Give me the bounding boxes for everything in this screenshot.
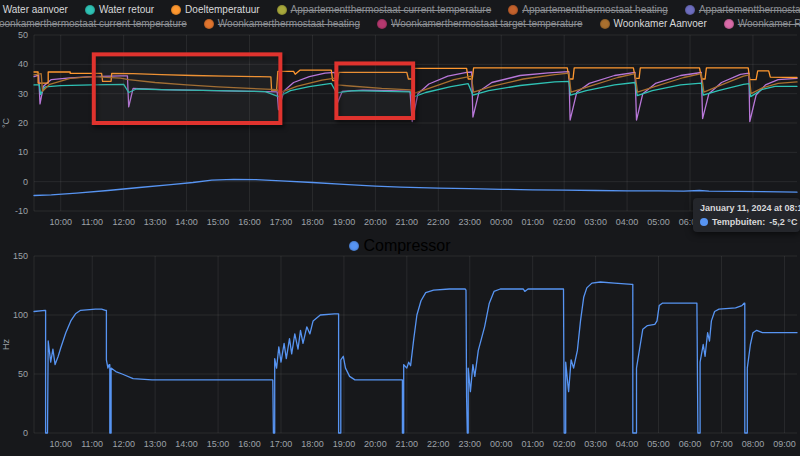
legend-item-label: Woonkamerthermostaat heating xyxy=(218,17,360,30)
svg-text:50: 50 xyxy=(18,369,28,379)
tooltip-series-value: -5,2 °C xyxy=(769,217,797,227)
svg-text:10:00: 10:00 xyxy=(49,217,72,227)
annotation-box-1 xyxy=(94,54,281,123)
svg-text:30: 30 xyxy=(18,89,28,99)
legend-item-appartementthermostaat-current-temperature[interactable]: Appartementthermostaat current temperatu… xyxy=(277,3,492,16)
legend-item-label: Water aanvoer xyxy=(3,3,68,16)
svg-text:19:00: 19:00 xyxy=(333,217,356,227)
svg-text:Hz: Hz xyxy=(1,339,11,350)
svg-text:07:00: 07:00 xyxy=(710,439,733,449)
legend-color-dot xyxy=(377,19,387,29)
svg-text:00:00: 00:00 xyxy=(490,217,513,227)
legend-item-woonkamer-aanvoer[interactable]: Woonkamer Aanvoer xyxy=(600,17,707,30)
svg-text:01:00: 01:00 xyxy=(521,439,544,449)
svg-text:02:00: 02:00 xyxy=(553,439,576,449)
legend-item-doeltemperatuur[interactable]: Doeltemperatuur xyxy=(171,3,259,16)
svg-text:23:00: 23:00 xyxy=(459,217,482,227)
svg-text:13:00: 13:00 xyxy=(144,439,167,449)
svg-text:09:00: 09:00 xyxy=(773,439,796,449)
svg-text:13:00: 13:00 xyxy=(144,217,167,227)
svg-text:21:00: 21:00 xyxy=(396,217,419,227)
legend-item-woonkamer-retour[interactable]: Woonkamer Retour xyxy=(724,17,800,30)
svg-text:05:00: 05:00 xyxy=(647,439,670,449)
svg-text:15:00: 15:00 xyxy=(207,439,230,449)
svg-text:15:00: 15:00 xyxy=(207,217,230,227)
legend-item-label: Woonkamer Aanvoer xyxy=(614,17,707,30)
svg-text:04:00: 04:00 xyxy=(616,439,639,449)
legend-item-label: Woonkamerthermostaat target temperature xyxy=(391,17,583,30)
legend-color-dot xyxy=(724,19,734,29)
svg-text:17:00: 17:00 xyxy=(270,217,293,227)
svg-text:10:00: 10:00 xyxy=(49,439,72,449)
legend-item-appartementthermostaat-heating[interactable]: Appartementthermostaat heating xyxy=(508,3,668,16)
svg-text:00:00: 00:00 xyxy=(490,439,513,449)
svg-text:12:00: 12:00 xyxy=(112,439,135,449)
grafana-dashboard: { "legend": { "rows": [ [ {"label":"Temp… xyxy=(0,0,800,456)
svg-text:14:00: 14:00 xyxy=(175,217,198,227)
legend-color-dot xyxy=(85,5,95,15)
svg-text:06:00: 06:00 xyxy=(679,439,702,449)
legend-item-label: Doeltemperatuur xyxy=(185,3,259,16)
svg-text:17:00: 17:00 xyxy=(270,439,293,449)
svg-text:11:00: 11:00 xyxy=(81,439,103,449)
svg-text:23:00: 23:00 xyxy=(459,439,482,449)
svg-text:21:00: 21:00 xyxy=(396,439,419,449)
legend-item-label: Water retour xyxy=(99,3,154,16)
tooltip-timestamp: January 11, 2024 at 08:12:33 xyxy=(700,203,793,213)
temperature-chart[interactable]: -100102030405010:0011:0012:0013:0014:001… xyxy=(0,28,800,232)
tooltip-series-label: Tempbuiten: xyxy=(712,217,765,227)
legend-item-woonkamerthermostaat-heating[interactable]: Woonkamerthermostaat heating xyxy=(204,17,360,30)
svg-text:12:00: 12:00 xyxy=(112,217,135,227)
legend-color-dot xyxy=(204,19,214,29)
compressor-legend-label: Compressor xyxy=(363,237,450,255)
svg-text:18:00: 18:00 xyxy=(301,217,324,227)
legend-item-label: Appartementthermostaat target temperatur… xyxy=(699,3,800,16)
svg-text:20:00: 20:00 xyxy=(364,217,387,227)
temperature-chart-legend: TempbuitenWater aanvoerWater retourDoelt… xyxy=(0,3,800,31)
svg-text:20:00: 20:00 xyxy=(364,439,387,449)
svg-text:10: 10 xyxy=(18,147,28,157)
legend-item-appartementthermostaat-target-temperature[interactable]: Appartementthermostaat target temperatur… xyxy=(685,3,800,16)
svg-text:08:00: 08:00 xyxy=(742,439,765,449)
legend-color-dot xyxy=(685,5,695,15)
svg-text:16:00: 16:00 xyxy=(238,217,261,227)
svg-text:22:00: 22:00 xyxy=(427,217,450,227)
svg-text:18:00: 18:00 xyxy=(301,439,324,449)
legend-item-water-aanvoer[interactable]: Water aanvoer xyxy=(0,3,68,16)
legend-color-dot xyxy=(171,5,181,15)
svg-text:02:00: 02:00 xyxy=(553,217,576,227)
svg-text:05:00: 05:00 xyxy=(647,217,670,227)
legend-item-woonkamerthermostaat-current-temperature[interactable]: Woonkamerthermostaat current temperature xyxy=(0,17,187,30)
svg-text:°C: °C xyxy=(1,117,11,128)
svg-text:-10: -10 xyxy=(15,206,28,216)
legend-item-woonkamerthermostaat-target-temperature[interactable]: Woonkamerthermostaat target temperature xyxy=(377,17,583,30)
series-line-compressor xyxy=(34,282,797,433)
svg-text:11:00: 11:00 xyxy=(81,217,103,227)
svg-text:04:00: 04:00 xyxy=(616,217,639,227)
svg-text:0: 0 xyxy=(23,177,28,187)
svg-text:20: 20 xyxy=(18,118,28,128)
legend-color-dot xyxy=(277,5,287,15)
legend-item-label: Appartementthermostaat current temperatu… xyxy=(291,3,492,16)
svg-text:22:00: 22:00 xyxy=(427,439,450,449)
tooltip: January 11, 2024 at 08:12:33 Tempbuiten:… xyxy=(693,198,800,232)
svg-text:16:00: 16:00 xyxy=(238,439,261,449)
compressor-chart[interactable]: 05010015010:0011:0012:0013:0014:0015:001… xyxy=(0,248,800,456)
svg-text:0: 0 xyxy=(23,428,28,438)
legend-color-dot xyxy=(600,19,610,29)
legend-item-compressor[interactable]: Compressor xyxy=(349,237,450,255)
svg-text:01:00: 01:00 xyxy=(521,217,544,227)
tooltip-series-dot xyxy=(700,218,708,226)
legend-item-label: Woonkamer Retour xyxy=(738,17,800,30)
legend-color-dot xyxy=(508,5,518,15)
svg-text:50: 50 xyxy=(18,30,28,40)
compressor-legend-dot xyxy=(349,241,359,251)
svg-text:03:00: 03:00 xyxy=(584,217,607,227)
annotation-box-2 xyxy=(336,63,413,118)
svg-text:03:00: 03:00 xyxy=(584,439,607,449)
legend-item-water-retour[interactable]: Water retour xyxy=(85,3,154,16)
legend-item-label: Appartementthermostaat heating xyxy=(522,3,668,16)
svg-text:40: 40 xyxy=(18,59,28,69)
compressor-chart-legend: Compressor xyxy=(0,237,800,255)
legend-item-label: Woonkamerthermostaat current temperature xyxy=(0,17,187,30)
